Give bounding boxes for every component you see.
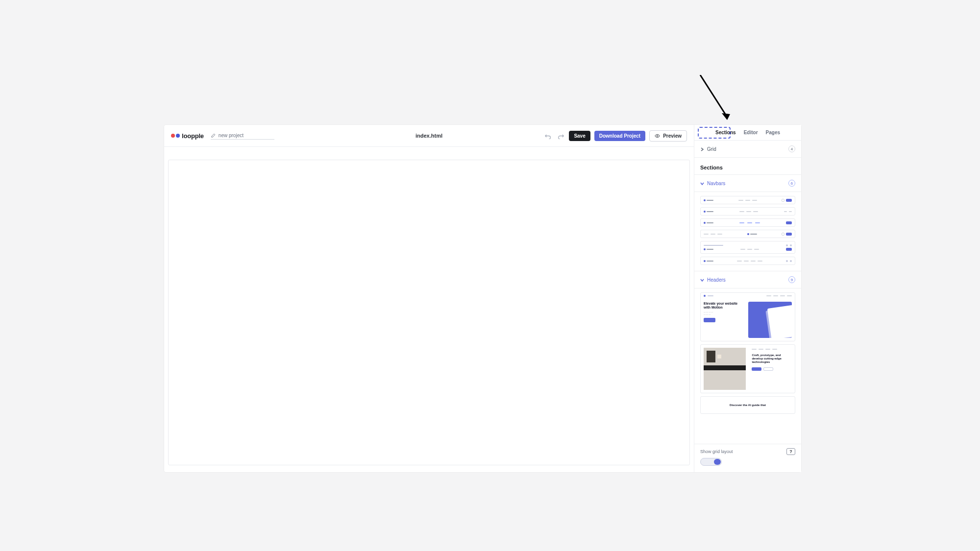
navbar-thumb[interactable]	[700, 207, 795, 216]
undo-button[interactable]	[543, 131, 552, 140]
app-shell: loopple new project index.html	[164, 125, 801, 472]
header-thumb[interactable]: Elevate your website with Motion — — — —…	[700, 292, 795, 341]
header-thumb[interactable]: Discover the AI guide that	[700, 396, 795, 414]
sections-title: Sections	[694, 158, 801, 175]
group-headers[interactable]: Headers 9	[694, 271, 801, 288]
navbar-thumb[interactable]	[700, 257, 795, 265]
project-name-input[interactable]: new project	[211, 132, 274, 140]
chevron-down-icon	[700, 275, 704, 284]
editor-area: loopple new project index.html	[164, 125, 694, 472]
header-thumb-title: Discover the AI guide that	[730, 404, 766, 407]
header-thumb-title: Craft, prototype, and develop cutting-ed…	[752, 354, 792, 364]
group-navbars-label: Navbars	[707, 181, 725, 186]
navbar-thumb[interactable]	[700, 241, 795, 254]
download-button[interactable]: Download Project	[594, 131, 645, 141]
group-headers-count: 9	[788, 276, 795, 283]
logo-icon	[171, 134, 180, 138]
group-grid-count: 4	[788, 145, 795, 152]
navbar-thumb[interactable]	[700, 196, 795, 204]
redo-button[interactable]	[556, 131, 565, 140]
chevron-down-icon	[700, 179, 704, 188]
toggle-knob	[714, 459, 721, 465]
group-grid-label: Grid	[707, 146, 716, 152]
panel-body: Grid 4 Sections Navbars 6	[694, 141, 801, 444]
navbar-thumb[interactable]	[700, 218, 795, 227]
svg-point-2	[657, 135, 658, 137]
navbars-list	[694, 192, 801, 271]
show-grid-label: Show grid layout	[700, 449, 733, 454]
help-button[interactable]: ?	[786, 448, 795, 455]
tab-pages[interactable]: Pages	[765, 128, 781, 137]
save-button[interactable]: Save	[569, 131, 590, 141]
filename: index.html	[416, 133, 442, 139]
tab-editor[interactable]: Editor	[743, 128, 759, 137]
project-name-text: new project	[219, 133, 244, 138]
header-thumb[interactable]: Craft, prototype, and develop cutting-ed…	[700, 344, 795, 393]
eye-icon	[655, 133, 660, 139]
canvas-container	[164, 147, 694, 472]
show-grid-toggle[interactable]	[700, 458, 722, 466]
canvas[interactable]	[168, 160, 690, 465]
group-grid[interactable]: Grid 4	[694, 141, 801, 158]
group-headers-label: Headers	[707, 277, 726, 283]
navbar-thumb[interactable]	[700, 230, 795, 238]
topbar-actions: Save Download Project Preview	[543, 130, 687, 142]
preview-button[interactable]: Preview	[649, 130, 687, 142]
svg-line-0	[700, 75, 727, 117]
svg-marker-1	[722, 113, 730, 120]
brand-logo[interactable]: loopple	[171, 132, 204, 140]
chevron-right-icon	[700, 144, 704, 153]
annotation-arrow	[698, 75, 732, 124]
tab-sections[interactable]: Sections	[714, 128, 737, 137]
edit-icon	[211, 133, 216, 138]
group-navbars[interactable]: Navbars 6	[694, 175, 801, 192]
panel-tabs: Sections Editor Pages	[694, 125, 801, 141]
group-navbars-count: 6	[788, 180, 795, 187]
preview-label: Preview	[663, 133, 682, 139]
header-thumb-title: Elevate your website with Motion	[704, 302, 744, 309]
right-panel: Sections Editor Pages Grid 4 Sections	[694, 125, 801, 472]
headers-list: Elevate your website with Motion — — — —…	[694, 288, 801, 420]
topbar: loopple new project index.html	[164, 125, 694, 147]
brand-name: loopple	[182, 132, 204, 140]
panel-footer: Show grid layout ?	[694, 444, 801, 472]
